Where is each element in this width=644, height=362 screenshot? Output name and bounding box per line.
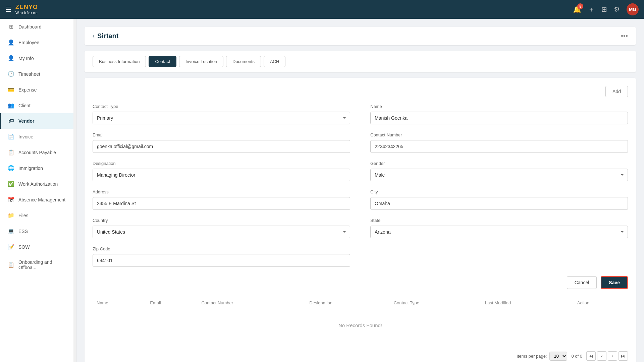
sidebar-item-invoice[interactable]: 📄 Invoice — [0, 129, 76, 144]
grid-icon[interactable]: ⊞ — [601, 5, 607, 13]
sidebar-item-dashboard[interactable]: ⊞ Dashboard — [0, 19, 76, 35]
city-label: City — [370, 189, 628, 194]
page-count: 0 of 0 — [571, 354, 582, 359]
sidebar: ⊞ Dashboard 👤 Employee 👤 My Info 🕐 Times… — [0, 19, 76, 362]
gender-label: Gender — [370, 161, 628, 166]
sidebar-item-timesheet[interactable]: 🕐 Timesheet — [0, 66, 76, 82]
notification-badge: 5 — [577, 3, 583, 9]
col-last-modified: Last Modified — [481, 297, 573, 309]
tabs-card: Business Information Contact Invoice Loc… — [85, 51, 636, 72]
client-icon: 👥 — [8, 102, 14, 109]
address-label: Address — [93, 189, 350, 194]
add-button[interactable]: Add — [605, 86, 628, 97]
tab-contact[interactable]: Contact — [149, 56, 176, 67]
breadcrumb: ‹ Sirtant — [93, 32, 118, 40]
sidebar-label-accounts-payable: Accounts Payable — [18, 150, 56, 155]
country-select[interactable]: United States Canada Other — [93, 226, 350, 238]
sidebar-item-work-authorization[interactable]: ✅ Work Authorization — [0, 176, 76, 192]
sidebar-item-ess[interactable]: 💻 ESS — [0, 223, 76, 239]
tab-invoice-location[interactable]: Invoice Location — [179, 56, 223, 67]
employee-icon: 👤 — [8, 39, 14, 46]
sidebar-item-sow[interactable]: 📝 SOW — [0, 239, 76, 255]
sidebar-item-files[interactable]: 📁 Files — [0, 207, 76, 223]
designation-label: Designation — [93, 161, 350, 166]
save-button[interactable]: Save — [601, 276, 628, 289]
page-header: ‹ Sirtant ••• — [85, 27, 636, 45]
tabs-container: Business Information Contact Invoice Loc… — [93, 56, 628, 67]
contact-type-label: Contact Type — [93, 104, 350, 109]
items-per-page: Items per page: 10 25 50 — [517, 352, 567, 361]
email-label: Email — [93, 132, 350, 137]
absence-icon: 📅 — [8, 196, 14, 203]
zip-code-label: Zip Code — [93, 246, 350, 251]
sidebar-label-client: Client — [18, 103, 31, 108]
table-header-row: Name Email Contact Number Designation Co… — [93, 297, 628, 309]
gender-field: Gender Male Female Other — [370, 161, 628, 181]
settings-icon[interactable]: ⚙ — [614, 5, 620, 13]
onboarding-icon: 📋 — [8, 262, 14, 268]
city-input[interactable] — [370, 197, 628, 210]
sidebar-label-invoice: Invoice — [18, 134, 33, 139]
country-label: Country — [93, 218, 350, 223]
per-page-select[interactable]: 10 25 50 — [549, 352, 567, 361]
form-grid: Contact Type Primary Secondary Name Emai… — [93, 104, 628, 267]
add-icon[interactable]: ＋ — [588, 5, 595, 14]
tab-ach[interactable]: ACH — [264, 56, 285, 67]
contact-number-input[interactable] — [370, 140, 628, 153]
sidebar-item-accounts-payable[interactable]: 📋 Accounts Payable — [0, 144, 76, 160]
tab-business-information[interactable]: Business Information — [93, 56, 146, 67]
sidebar-item-immigration[interactable]: 🌐 Immigration — [0, 160, 76, 176]
more-options-button[interactable]: ••• — [621, 32, 628, 40]
sidebar-item-onboarding[interactable]: 📋 Onboarding and Offboa... — [0, 255, 76, 275]
col-contact-number: Contact Number — [197, 297, 305, 309]
contact-form-card: Add Contact Type Primary Secondary Name — [85, 78, 636, 362]
sidebar-label-dashboard: Dashboard — [18, 24, 42, 29]
zip-code-input[interactable] — [93, 254, 350, 267]
prev-page-button[interactable]: ‹ — [597, 351, 606, 361]
form-actions: Cancel Save — [93, 276, 628, 289]
sidebar-label-employee: Employee — [18, 40, 39, 45]
sidebar-label-timesheet: Timesheet — [18, 71, 40, 77]
no-records-row: No Records Found! — [93, 309, 628, 342]
hamburger-icon[interactable]: ☰ — [5, 5, 11, 13]
gender-select[interactable]: Male Female Other — [370, 169, 628, 181]
col-designation: Designation — [305, 297, 389, 309]
name-input[interactable] — [370, 112, 628, 124]
cancel-button[interactable]: Cancel — [567, 276, 597, 289]
page-title: Sirtant — [97, 32, 118, 40]
page-navigation: ⏮ ‹ › ⏭ — [586, 351, 628, 361]
sidebar-item-absence-management[interactable]: 📅 Absence Management — [0, 192, 76, 207]
myinfo-icon: 👤 — [8, 55, 14, 61]
back-button[interactable]: ‹ — [93, 33, 95, 40]
sidebar-item-employee[interactable]: 👤 Employee — [0, 35, 76, 50]
sidebar-item-client[interactable]: 👥 Client — [0, 98, 76, 113]
state-select[interactable]: Arizona California New York — [370, 226, 628, 238]
tab-documents[interactable]: Documents — [226, 56, 261, 67]
contact-type-field: Contact Type Primary Secondary — [93, 104, 350, 124]
designation-input[interactable] — [93, 169, 350, 181]
sow-icon: 📝 — [8, 244, 14, 250]
top-navigation: ☰ ZENYO Workforce 🔔 5 ＋ ⊞ ⚙ MG — [0, 0, 644, 19]
sidebar-item-myinfo[interactable]: 👤 My Info — [0, 50, 76, 66]
address-field: Address — [93, 189, 350, 210]
sidebar-label-immigration: Immigration — [18, 166, 43, 171]
state-label: State — [370, 218, 628, 223]
avatar[interactable]: MG — [627, 3, 639, 15]
contacts-table-section: Name Email Contact Number Designation Co… — [93, 297, 628, 362]
sidebar-label-files: Files — [18, 213, 29, 218]
designation-field: Designation — [93, 161, 350, 181]
email-input[interactable] — [93, 140, 350, 153]
sidebar-item-vendor[interactable]: 🏷 Vendor — [0, 113, 76, 129]
notifications-icon[interactable]: 🔔 5 — [573, 5, 581, 13]
sidebar-label-onboarding: Onboarding and Offboa... — [18, 259, 69, 270]
next-page-button[interactable]: › — [608, 351, 617, 361]
sidebar-item-expense[interactable]: 💳 Expense — [0, 82, 76, 98]
immigration-icon: 🌐 — [8, 165, 14, 171]
brand-name-bottom: Workforce — [15, 11, 38, 15]
contact-type-select[interactable]: Primary Secondary — [93, 112, 350, 124]
main-layout: ⊞ Dashboard 👤 Employee 👤 My Info 🕐 Times… — [0, 19, 644, 362]
sidebar-label-absence-management: Absence Management — [18, 197, 65, 202]
address-input[interactable] — [93, 197, 350, 210]
last-page-button[interactable]: ⏭ — [619, 351, 628, 361]
first-page-button[interactable]: ⏮ — [586, 351, 596, 361]
